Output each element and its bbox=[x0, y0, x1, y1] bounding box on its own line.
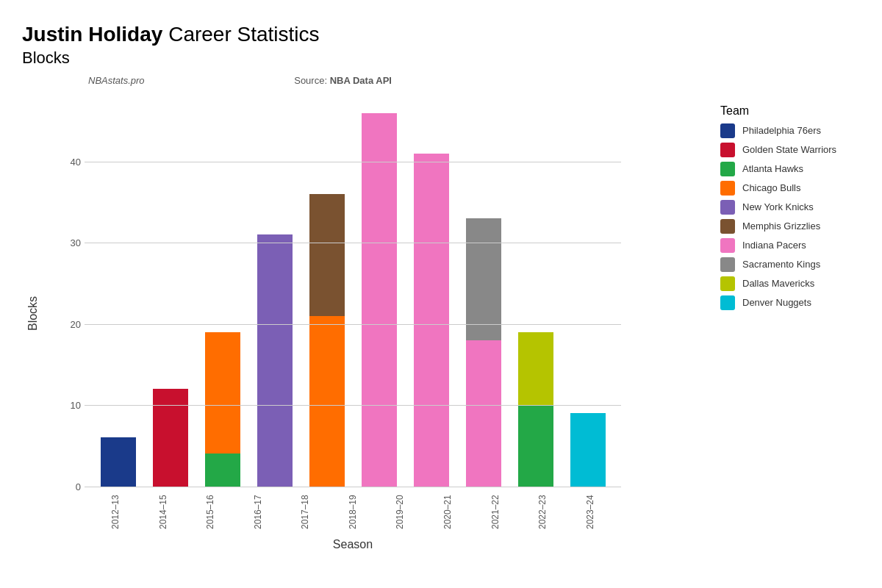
legend-items: Philadelphia 76ersGolden State WarriorsA… bbox=[720, 123, 867, 310]
legend-label: Dallas Mavericks bbox=[742, 278, 814, 289]
grid-line bbox=[85, 487, 621, 487]
source-right: Source: NBA Data API bbox=[294, 75, 392, 86]
legend-color-box bbox=[720, 219, 735, 234]
bar-segment bbox=[570, 413, 606, 486]
bar-group bbox=[257, 234, 293, 486]
x-label: 2018–19 bbox=[348, 490, 358, 534]
bar-group bbox=[101, 437, 136, 486]
chart-container: Justin Holiday Career Statistics Blocks … bbox=[0, 0, 882, 588]
bar-segment bbox=[518, 405, 553, 486]
legend-label: Denver Nuggets bbox=[742, 297, 811, 308]
bar-segment bbox=[414, 154, 449, 487]
y-tick-label: 20 bbox=[71, 318, 81, 329]
legend-color-box bbox=[720, 238, 735, 253]
bar-group bbox=[518, 332, 553, 487]
grid-line bbox=[85, 243, 621, 243]
legend-item: Indiana Pacers bbox=[720, 238, 867, 253]
legend-item: Dallas Mavericks bbox=[720, 276, 867, 291]
bar-group bbox=[466, 218, 501, 486]
grid-line bbox=[85, 162, 621, 162]
legend-label: New York Knicks bbox=[742, 201, 814, 212]
bar-segment bbox=[309, 194, 345, 316]
source-prefix: Source: bbox=[294, 75, 329, 86]
plot-area: NBAstats.pro Source: NBA Data API 010203… bbox=[44, 75, 706, 551]
bar-group bbox=[570, 413, 606, 486]
legend-label: Indiana Pacers bbox=[742, 240, 806, 251]
x-label: 2015–16 bbox=[205, 490, 215, 534]
bar-segment bbox=[205, 332, 240, 454]
y-tick-label: 0 bbox=[76, 481, 81, 492]
bar-segment bbox=[466, 218, 501, 340]
x-label: 2014–15 bbox=[158, 490, 168, 534]
legend-color-box bbox=[720, 276, 735, 291]
source-left: NBAstats.pro bbox=[88, 75, 145, 86]
x-label: 2022–23 bbox=[537, 490, 548, 534]
legend-item: Sacramento Kings bbox=[720, 257, 867, 272]
title-regular: Career Statistics bbox=[162, 23, 319, 46]
x-label: 2023–24 bbox=[585, 490, 595, 534]
legend-color-box bbox=[720, 162, 735, 176]
legend-item: Golden State Warriors bbox=[720, 143, 867, 157]
y-tick-label: 30 bbox=[71, 237, 81, 248]
grid-and-bars: 010203040 bbox=[85, 97, 621, 487]
bar-segment bbox=[257, 234, 293, 486]
chart-subtitle: Blocks bbox=[22, 49, 867, 68]
bars-container bbox=[85, 97, 621, 487]
bar-stack bbox=[466, 218, 501, 486]
x-label: 2012–13 bbox=[110, 490, 121, 534]
grid-line bbox=[85, 405, 621, 406]
bar-group bbox=[205, 332, 240, 487]
legend-label: Golden State Warriors bbox=[742, 144, 836, 155]
grid-line bbox=[85, 324, 621, 325]
legend-label: Atlanta Hawks bbox=[742, 163, 803, 174]
source-bold: NBA Data API bbox=[330, 75, 392, 86]
chart-area: Blocks NBAstats.pro Source: NBA Data API… bbox=[22, 75, 867, 551]
legend-item: New York Knicks bbox=[720, 200, 867, 215]
plot-and-legend: NBAstats.pro Source: NBA Data API 010203… bbox=[44, 75, 867, 551]
bar-stack bbox=[205, 332, 240, 487]
legend-color-box bbox=[720, 143, 735, 157]
x-labels: 2012–132014–152015–162016–172017–182018–… bbox=[85, 490, 621, 534]
bar-segment bbox=[205, 453, 240, 486]
bar-group bbox=[414, 154, 449, 487]
legend-item: Philadelphia 76ers bbox=[720, 123, 867, 138]
y-tick-label: 10 bbox=[71, 400, 81, 411]
legend-color-box bbox=[720, 123, 735, 138]
legend-item: Atlanta Hawks bbox=[720, 162, 867, 176]
title-section: Justin Holiday Career Statistics Blocks bbox=[22, 22, 867, 68]
legend: Team Philadelphia 76ersGolden State Warr… bbox=[706, 75, 867, 551]
bar-segment bbox=[309, 316, 345, 487]
source-line: NBAstats.pro Source: NBA Data API bbox=[88, 75, 392, 86]
legend-color-box bbox=[720, 295, 735, 310]
legend-item: Memphis Grizzlies bbox=[720, 219, 867, 234]
legend-label: Philadelphia 76ers bbox=[742, 125, 821, 136]
legend-label: Chicago Bulls bbox=[742, 182, 801, 193]
bar-segment bbox=[466, 340, 501, 487]
x-label: 2016–17 bbox=[253, 490, 263, 534]
bar-segment bbox=[518, 332, 553, 405]
legend-label: Sacramento Kings bbox=[742, 259, 820, 270]
x-axis-title: Season bbox=[85, 538, 621, 551]
bar-stack bbox=[309, 194, 345, 487]
bar-stack bbox=[153, 389, 188, 487]
bar-group bbox=[362, 113, 397, 487]
bar-segment bbox=[362, 113, 397, 487]
bar-stack bbox=[570, 413, 606, 486]
legend-label: Memphis Grizzlies bbox=[742, 220, 820, 232]
legend-item: Chicago Bulls bbox=[720, 181, 867, 196]
x-label: 2021–22 bbox=[490, 490, 501, 534]
legend-title: Team bbox=[720, 104, 867, 118]
bar-stack bbox=[518, 332, 553, 487]
legend-item: Denver Nuggets bbox=[720, 295, 867, 310]
bar-stack bbox=[414, 154, 449, 487]
title-line: Justin Holiday Career Statistics bbox=[22, 22, 867, 47]
bar-group bbox=[153, 389, 188, 487]
legend-color-box bbox=[720, 181, 735, 196]
y-tick-label: 40 bbox=[71, 156, 81, 167]
legend-color-box bbox=[720, 257, 735, 272]
title-bold: Justin Holiday bbox=[22, 23, 162, 46]
bar-stack bbox=[362, 113, 397, 487]
y-axis-label: Blocks bbox=[22, 75, 44, 551]
bar-segment bbox=[153, 389, 188, 487]
bar-stack bbox=[257, 234, 293, 486]
